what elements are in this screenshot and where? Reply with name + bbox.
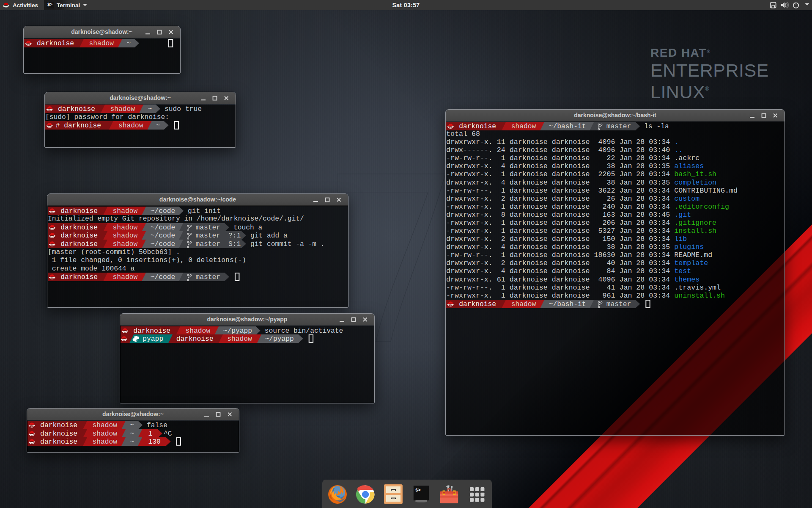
svg-text:shadow: shadow <box>118 121 143 130</box>
svg-text:1: 1 <box>148 430 152 438</box>
svg-text:^C: ^C <box>164 430 172 438</box>
svg-text:?:1: ?:1 <box>228 232 241 240</box>
svg-text:shadow: shadow <box>511 300 536 308</box>
svg-text:~/code: ~/code <box>151 232 176 240</box>
svg-text:shadow: shadow <box>92 438 117 446</box>
svg-text:~: ~ <box>126 39 131 47</box>
svg-text:darknoise: darknoise <box>60 273 98 281</box>
svg-text:~: ~ <box>130 430 134 438</box>
svg-text:shadow: shadow <box>113 224 138 232</box>
svg-text:~: ~ <box>156 121 160 130</box>
svg-text:shadow: shadow <box>113 273 138 281</box>
svg-text:shadow: shadow <box>113 240 138 248</box>
svg-text:shadow: shadow <box>89 39 114 47</box>
svg-text:darknoise: darknoise <box>459 122 496 130</box>
svg-text:shadow: shadow <box>92 430 117 438</box>
svg-text:~: ~ <box>148 105 152 113</box>
svg-text:darknoise: darknoise <box>60 240 98 248</box>
svg-text:shadow: shadow <box>110 105 135 113</box>
svg-text:master: master <box>606 122 631 130</box>
svg-text:git init: git init <box>188 207 221 215</box>
svg-text:source bin/activate: source bin/activate <box>265 326 343 334</box>
svg-text:shadow: shadow <box>227 335 252 343</box>
svg-text:~/bash-it: ~/bash-it <box>549 300 586 308</box>
svg-text:~: ~ <box>130 421 134 429</box>
svg-text:shadow: shadow <box>511 122 536 130</box>
svg-text:ls -la: ls -la <box>644 122 669 130</box>
svg-text:$>: $> <box>415 487 420 492</box>
svg-text:master: master <box>606 300 631 308</box>
svg-text:git commit -a -m .: git commit -a -m . <box>250 240 325 248</box>
svg-text:darknoise: darknoise <box>58 105 95 113</box>
svg-text:darknoise: darknoise <box>60 224 98 232</box>
svg-text:master: master <box>195 273 220 281</box>
svg-text:shadow: shadow <box>113 207 138 215</box>
svg-text:~/pyapp: ~/pyapp <box>223 326 252 334</box>
svg-text:false: false <box>147 421 167 429</box>
svg-text:darknoise: darknoise <box>40 421 77 429</box>
svg-text:master: master <box>195 232 220 240</box>
svg-text:S:1: S:1 <box>228 240 241 248</box>
svg-text:darknoise: darknoise <box>133 326 170 334</box>
svg-text:# darknoise: # darknoise <box>56 121 101 130</box>
svg-text:sudo true: sudo true <box>165 105 202 113</box>
svg-text:touch a: touch a <box>233 224 263 232</box>
svg-text:darknoise: darknoise <box>176 335 214 343</box>
svg-text:~/code: ~/code <box>151 207 176 215</box>
svg-text:130: 130 <box>148 438 160 446</box>
svg-text:~/code: ~/code <box>151 240 176 248</box>
svg-text:master: master <box>195 224 220 232</box>
svg-text:shadow: shadow <box>186 326 211 334</box>
svg-text:shadow: shadow <box>113 232 138 240</box>
svg-text:~/code: ~/code <box>151 224 176 232</box>
svg-text:pyapp: pyapp <box>143 335 163 343</box>
svg-text:darknoise: darknoise <box>60 232 98 240</box>
svg-text:darknoise: darknoise <box>40 430 77 438</box>
svg-text:darknoise: darknoise <box>37 39 74 47</box>
svg-text:darknoise: darknoise <box>60 207 98 215</box>
svg-text:~/code: ~/code <box>151 273 176 281</box>
svg-text:shadow: shadow <box>92 421 117 429</box>
svg-text:master: master <box>195 240 220 248</box>
svg-text:~/pyapp: ~/pyapp <box>265 335 294 343</box>
svg-text:~: ~ <box>130 438 134 446</box>
svg-text:~/bash-it: ~/bash-it <box>549 122 586 130</box>
svg-text:git add a: git add a <box>250 232 288 240</box>
svg-text:darknoise: darknoise <box>40 438 77 446</box>
svg-text:darknoise: darknoise <box>459 300 496 308</box>
